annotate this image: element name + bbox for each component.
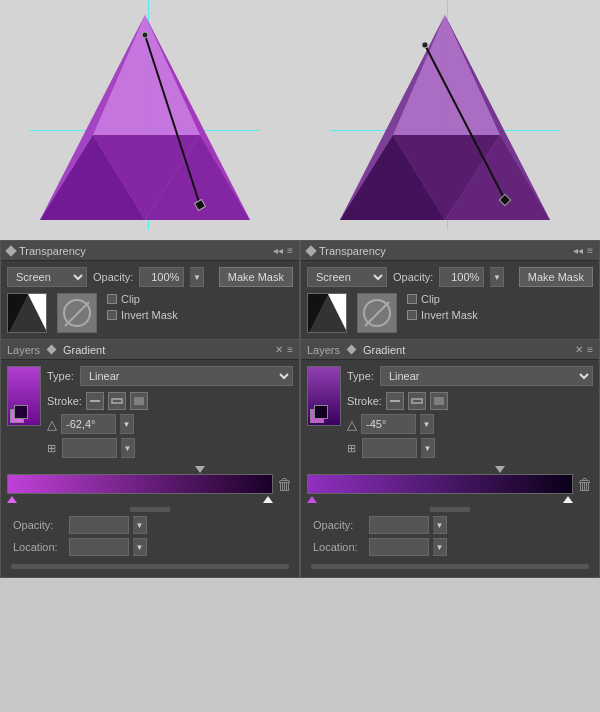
right-stroke-btn3[interactable] (430, 392, 448, 410)
left-opacity-arrow[interactable]: ▼ (190, 267, 204, 287)
left-gradient-close[interactable]: ✕ (275, 344, 283, 355)
left-gradient-bar[interactable] (7, 474, 273, 494)
right-transparency-row2: Clip Invert Mask (307, 293, 593, 333)
left-bottom-scrollbar[interactable] (11, 564, 289, 569)
right-clip-row: Clip (407, 293, 478, 305)
left-type-select[interactable]: Linear Radial (80, 366, 293, 386)
left-stop-right[interactable] (263, 496, 273, 503)
right-panel-menu[interactable]: ≡ (587, 245, 593, 256)
right-no-mask-icon[interactable] (357, 293, 397, 333)
left-gradient-panel: Layers Gradient ✕ ≡ (0, 340, 300, 578)
right-no-icon (363, 299, 391, 327)
right-bottom-scrollbar[interactable] (311, 564, 589, 569)
right-stroke-btn2[interactable] (408, 392, 426, 410)
right-stop-right[interactable] (563, 496, 573, 503)
right-angle-arrow[interactable]: ▼ (420, 414, 434, 434)
right-layers-tab[interactable]: Layers (307, 344, 340, 356)
left-lower-opacity-label: Opacity: (13, 519, 65, 531)
right-transparency-panel: Transparency ◂◂ ≡ Screen Normal Multiply… (300, 240, 600, 340)
right-delete-icon[interactable]: 🗑 (577, 476, 593, 494)
right-scrollbar[interactable] (430, 507, 470, 512)
left-mask-preview[interactable] (7, 293, 47, 333)
right-type-select[interactable]: Linear Radial (380, 366, 593, 386)
left-transparency-header: Transparency ◂◂ ≡ (1, 241, 299, 261)
left-swatch-back[interactable] (14, 405, 28, 419)
left-panel-collapse[interactable]: ◂◂ (273, 245, 283, 256)
left-lower-location-input[interactable] (69, 538, 129, 556)
right-lower-location-arrow[interactable]: ▼ (433, 538, 447, 556)
left-make-mask-button[interactable]: Make Mask (219, 267, 293, 287)
right-gradient-tab[interactable]: Gradient (363, 344, 405, 356)
left-transparency-title: Transparency (19, 245, 86, 257)
right-aspect-arrow[interactable]: ▼ (421, 438, 435, 458)
right-angle-input[interactable] (361, 414, 416, 434)
svg-rect-25 (112, 399, 122, 403)
left-delete-icon[interactable]: 🗑 (277, 476, 293, 494)
left-invert-checkbox[interactable] (107, 310, 117, 320)
left-stop-left[interactable] (7, 496, 17, 503)
left-angle-arrow[interactable]: ▼ (120, 414, 134, 434)
right-lower-opacity-input[interactable] (369, 516, 429, 534)
left-type-label: Type: (47, 370, 74, 382)
right-opacity-input[interactable] (439, 267, 484, 287)
left-scrollbar[interactable] (130, 507, 170, 512)
left-gradient-tab[interactable]: Gradient (63, 344, 105, 356)
left-no-mask-icon[interactable] (57, 293, 97, 333)
right-gradient-diamond (347, 344, 357, 354)
right-gradient-bar[interactable] (307, 474, 573, 494)
left-angle-row: △ ▼ (47, 414, 293, 434)
svg-rect-26 (134, 397, 144, 405)
left-mask-preview-svg (8, 294, 47, 333)
right-opacity-label: Opacity: (393, 271, 433, 283)
right-swatch-back[interactable] (314, 405, 328, 419)
right-blend-select[interactable]: Screen Normal Multiply (307, 267, 387, 287)
left-transparency-panel: Transparency ◂◂ ≡ Screen Normal Multiply… (0, 240, 300, 340)
left-opacity-input[interactable] (139, 267, 184, 287)
left-lower-location-arrow[interactable]: ▼ (133, 538, 147, 556)
right-panel-collapse[interactable]: ◂◂ (573, 245, 583, 256)
right-stroke-btn1[interactable] (386, 392, 404, 410)
right-make-mask-button[interactable]: Make Mask (519, 267, 593, 287)
left-lower-fields: Opacity: ▼ Location: ▼ (7, 514, 293, 562)
right-stop-left[interactable] (307, 496, 317, 503)
left-lower-opacity-input[interactable] (69, 516, 129, 534)
right-opacity-arrow[interactable]: ▼ (490, 267, 504, 287)
right-aspect-input[interactable] (362, 438, 417, 458)
right-invert-checkbox[interactable] (407, 310, 417, 320)
left-layers-tab[interactable]: Layers (7, 344, 40, 356)
right-lower-opacity-arrow[interactable]: ▼ (433, 516, 447, 534)
left-aspect-arrow[interactable]: ▼ (121, 438, 135, 458)
right-lower-opacity-label: Opacity: (313, 519, 365, 531)
left-blend-select[interactable]: Screen Normal Multiply (7, 267, 87, 287)
right-top-stop[interactable] (495, 466, 505, 473)
left-stroke-btn1[interactable] (86, 392, 104, 410)
left-grad-preview[interactable] (7, 366, 41, 426)
left-panel-menu[interactable]: ≡ (287, 245, 293, 256)
right-clip-checkbox[interactable] (407, 294, 417, 304)
left-angle-input[interactable] (61, 414, 116, 434)
right-lower-location-input[interactable] (369, 538, 429, 556)
left-stroke-btn2[interactable] (108, 392, 126, 410)
left-top-stop[interactable] (195, 466, 205, 473)
right-stroke-icon2 (411, 395, 423, 407)
right-grad-preview[interactable] (307, 366, 341, 426)
right-gradient-top-row: Type: Linear Radial Stroke: (307, 366, 593, 462)
right-aspect-icon: ⊞ (347, 442, 356, 455)
left-clip-checkbox[interactable] (107, 294, 117, 304)
left-aspect-icon: ⊞ (47, 442, 56, 455)
right-angle-icon: △ (347, 417, 357, 432)
left-aspect-input[interactable] (62, 438, 117, 458)
right-gradient-menu[interactable]: ≡ (587, 344, 593, 355)
left-lower-opacity-arrow[interactable]: ▼ (133, 516, 147, 534)
right-mask-preview[interactable] (307, 293, 347, 333)
left-mask-options: Clip Invert Mask (107, 293, 178, 321)
right-gradient-close[interactable]: ✕ (575, 344, 583, 355)
svg-marker-16 (393, 15, 500, 135)
svg-point-8 (142, 32, 148, 38)
right-transparency-title: Transparency (319, 245, 386, 257)
left-gradient-menu[interactable]: ≡ (287, 344, 293, 355)
right-angle-row: △ ▼ (347, 414, 593, 434)
left-transparency-row1: Screen Normal Multiply Opacity: ▼ Make M… (7, 267, 293, 287)
right-opacity-field-row: Opacity: ▼ (313, 516, 587, 534)
left-stroke-btn3[interactable] (130, 392, 148, 410)
